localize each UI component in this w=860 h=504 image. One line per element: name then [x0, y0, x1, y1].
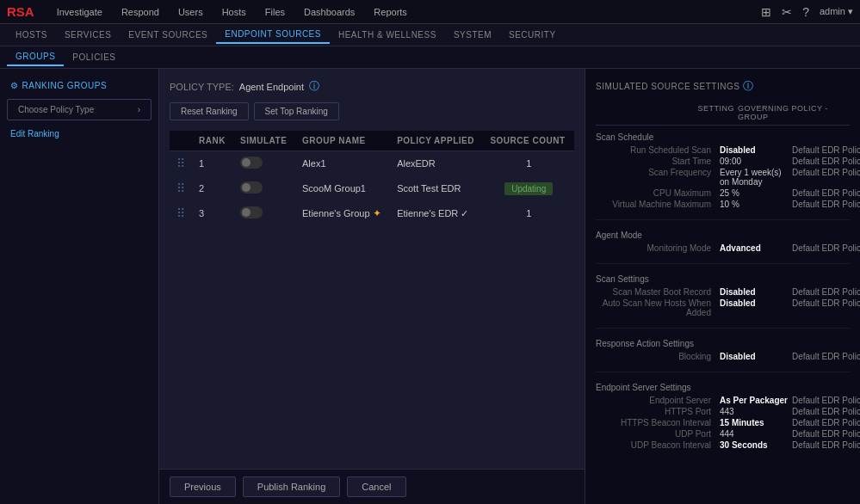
sim-row: Start Time 09:00 Default EDR Policy - No… [596, 157, 850, 166]
sim-row: UDP Port 444 Default EDR Policy - None [596, 429, 850, 439]
rank-cell: 1 [192, 151, 233, 176]
simulate-toggle-1[interactable] [240, 157, 263, 169]
col-policy-applied: POLICY APPLIED [390, 131, 483, 151]
col-group-name: GROUP NAME [295, 131, 390, 151]
ranking-table: RANK SIMULATE GROUP NAME POLICY APPLIED … [170, 131, 574, 226]
nav-hosts-tab[interactable]: HOSTS [7, 27, 56, 43]
nav-users[interactable]: Users [170, 3, 212, 21]
edit-ranking-link[interactable]: Edit Ranking [0, 124, 158, 144]
table-row: ⠿ 1 Alex1 AlexEDR 1 [170, 151, 574, 176]
agent-mode-title: Agent Mode [596, 230, 850, 240]
sim-row: CPU Maximum 25 % Default EDR Policy - No… [596, 188, 850, 198]
nav-event-sources-tab[interactable]: EVENT SOURCES [120, 27, 216, 43]
top-nav: RSA Investigate Respond Users Hosts File… [0, 0, 860, 24]
top-nav-items: Investigate Respond Users Hosts Files Da… [48, 3, 762, 21]
endpoint-server-title: Endpoint Server Settings [596, 383, 850, 392]
col-rank: RANK [192, 131, 233, 151]
top-nav-right: ⊞ ✂ ? admin ▾ [761, 5, 853, 19]
sidebar: ⚙ RANKING GROUPS Choose Policy Type › Ed… [0, 69, 159, 504]
col-setting-header: SETTING [648, 104, 734, 121]
sidebar-section-title: ⚙ RANKING GROUPS [0, 76, 158, 95]
rank-cell: 2 [192, 176, 233, 201]
help-icon[interactable]: ? [802, 5, 809, 19]
nav-respond[interactable]: Respond [113, 3, 168, 21]
policy-applied-cell: Scott Test EDR [390, 176, 483, 201]
policy-type-info-icon[interactable]: ⓘ [309, 79, 319, 94]
ranking-groups-icon: ⚙ [10, 81, 19, 90]
sim-row: Auto Scan New Hosts When Added Disabled … [596, 298, 850, 317]
sim-row: Endpoint Server As Per Packager Default … [596, 396, 850, 405]
policy-type-value: Agent Endpoint [239, 82, 304, 92]
source-count-cell: 1 [483, 201, 574, 226]
tab-policies[interactable]: POLICIES [64, 49, 124, 65]
admin-button[interactable]: admin ▾ [820, 6, 853, 17]
drag-handle-icon[interactable]: ⠿ [176, 206, 185, 220]
nav-endpoint-sources-tab[interactable]: ENDPOINT SOURCES [216, 26, 330, 44]
col-simulate: SIMULATE [233, 131, 295, 151]
choose-policy-type[interactable]: Choose Policy Type › [7, 99, 152, 120]
scan-schedule-title: Scan Schedule [596, 132, 850, 142]
sim-row: Virtual Machine Maximum 10 % Default EDR… [596, 200, 850, 209]
simulate-toggle-3[interactable] [240, 206, 263, 218]
updating-badge: Updating [504, 182, 553, 195]
grid-icon[interactable]: ⊞ [761, 5, 771, 19]
table-row: ⠿ 2 ScooM Group1 Scott Test EDR Updating [170, 176, 574, 201]
nav-dashboards[interactable]: Dashboards [295, 3, 363, 21]
col-drag [170, 131, 192, 151]
sim-row: HTTPS Beacon Interval 15 Minutes Default… [596, 418, 850, 427]
agent-mode-section: Agent Mode Monitoring Mode Advanced Defa… [596, 230, 850, 264]
bottom-bar: Previous Publish Ranking Cancel [159, 469, 585, 504]
scissors-icon[interactable]: ✂ [782, 5, 792, 19]
nav-hosts[interactable]: Hosts [213, 3, 255, 21]
second-nav: HOSTS SERVICES EVENT SOURCES ENDPOINT SO… [0, 24, 860, 46]
right-panel: SIMULATED SOURCE SETTINGS ⓘ SETTING GOVE… [585, 69, 860, 504]
rsa-logo: RSA [7, 4, 34, 19]
previous-button[interactable]: Previous [170, 476, 236, 497]
sim-table-header: SETTING GOVERNING POLICY - GROUP [596, 101, 850, 126]
col-source-count: SOURCE COUNT [483, 131, 574, 151]
rank-cell: 3 [192, 201, 233, 226]
cancel-button[interactable]: Cancel [347, 476, 405, 497]
policy-applied-cell: AlexEDR [390, 151, 483, 176]
simulate-toggle-2[interactable] [240, 181, 263, 194]
source-count-cell: 1 [483, 151, 574, 176]
content-area: POLICY TYPE: Agent Endpoint ⓘ Reset Rank… [159, 69, 860, 504]
sim-settings-info-icon[interactable]: ⓘ [743, 79, 754, 94]
nav-system-tab[interactable]: SYSTEM [445, 27, 500, 43]
chevron-right-icon: › [138, 105, 140, 114]
sim-row: Run Scheduled Scan Disabled Default EDR … [596, 145, 850, 155]
group-name-cell: ScooM Group1 [295, 176, 390, 201]
sim-row: Scan Master Boot Record Disabled Default… [596, 287, 850, 297]
sim-settings-title: SIMULATED SOURCE SETTINGS ⓘ [596, 79, 850, 94]
nav-reports[interactable]: Reports [365, 3, 416, 21]
publish-ranking-button[interactable]: Publish Ranking [243, 476, 341, 497]
ranking-buttons: Reset Ranking Set Top Ranking [170, 102, 574, 120]
main-layout: ⚙ RANKING GROUPS Choose Policy Type › Ed… [0, 69, 860, 504]
sim-row: Monitoring Mode Advanced Default EDR Pol… [596, 243, 850, 253]
star-icon: ✦ [373, 207, 381, 219]
nav-security-tab[interactable]: SECURITY [500, 27, 565, 43]
scan-settings-section: Scan Settings Scan Master Boot Record Di… [596, 274, 850, 329]
table-row: ⠿ 3 Etienne's Group ✦ Etienne's EDR ✓ 1 [170, 201, 574, 226]
third-nav: GROUPS POLICIES [0, 46, 860, 69]
left-content: POLICY TYPE: Agent Endpoint ⓘ Reset Rank… [159, 69, 585, 504]
policy-type-label: POLICY TYPE: [170, 82, 234, 92]
set-top-ranking-button[interactable]: Set Top Ranking [254, 102, 339, 120]
sim-row: UDP Beacon Interval 30 Seconds Default E… [596, 440, 850, 450]
nav-services-tab[interactable]: SERVICES [56, 27, 120, 43]
tab-groups[interactable]: GROUPS [7, 48, 64, 66]
group-name-cell: Alex1 [295, 151, 390, 176]
scan-settings-title: Scan Settings [596, 274, 850, 284]
policy-applied-cell: Etienne's EDR ✓ [390, 201, 483, 226]
drag-handle-icon[interactable]: ⠿ [176, 157, 185, 170]
scan-schedule-section: Scan Schedule Run Scheduled Scan Disable… [596, 132, 850, 220]
group-name-cell: Etienne's Group ✦ [295, 201, 390, 226]
drag-handle-icon[interactable]: ⠿ [176, 181, 185, 195]
nav-files[interactable]: Files [257, 3, 294, 21]
nav-health-tab[interactable]: HEALTH & WELLNESS [330, 27, 445, 43]
sim-row: Scan Frequency Every 1 week(s) on Monday… [596, 168, 850, 187]
col-governing-header: GOVERNING POLICY - GROUP [738, 104, 850, 121]
sim-row: Blocking Disabled Default EDR Policy - N… [596, 352, 850, 361]
reset-ranking-button[interactable]: Reset Ranking [170, 102, 249, 120]
nav-investigate[interactable]: Investigate [48, 3, 111, 21]
